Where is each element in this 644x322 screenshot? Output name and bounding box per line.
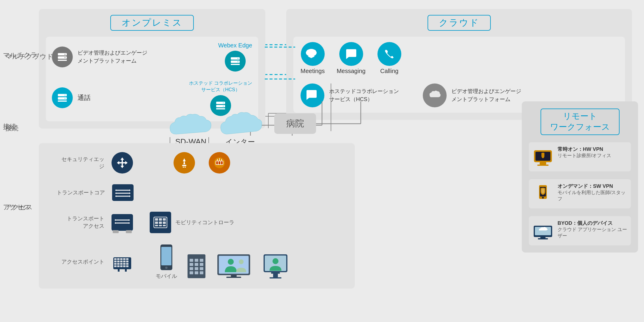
svg-rect-145 (270, 277, 281, 278)
video-mgmt-label: ビデオ管理およびエンゲージメントプラットフォーム (78, 49, 147, 65)
svg-marker-80 (129, 219, 130, 221)
calling-cloud-icon (377, 42, 401, 66)
svg-rect-143 (271, 272, 280, 274)
svg-rect-122 (190, 259, 193, 262)
svg-rect-108 (120, 263, 123, 265)
svg-rect-112 (117, 265, 120, 267)
svg-point-27 (237, 61, 239, 62)
svg-rect-101 (114, 261, 117, 262)
svg-rect-156 (538, 238, 548, 239)
calling-icon (52, 87, 73, 108)
meetings-icon (301, 42, 325, 66)
hw-vpn-icon (532, 146, 553, 168)
svg-point-152 (542, 197, 544, 199)
calling-cloud-label: Calling (380, 68, 398, 75)
svg-rect-62 (182, 165, 186, 166)
video-device-icon (261, 253, 290, 280)
sw-vpn-title: オンデマンド：SW VPN (558, 183, 627, 190)
calling-label: 通話 (78, 93, 91, 102)
sdwan-container: SD-WAN (167, 110, 215, 146)
end-devices-row: モバイル (156, 244, 290, 280)
svg-point-22 (64, 57, 66, 58)
svg-point-136 (228, 259, 234, 265)
svg-rect-144 (273, 274, 278, 277)
svg-rect-124 (200, 259, 203, 262)
mobility-controller-label: モビリティコントローラ (175, 219, 234, 226)
mobility-controller-container: モビリティコントローラ (150, 212, 234, 233)
firewall2-icon (209, 152, 230, 174)
video-conf-item (216, 253, 252, 280)
section-multicloud: マルチクラウド (5, 52, 53, 61)
svg-rect-133 (200, 271, 203, 274)
section-access: アクセス (5, 203, 33, 212)
svg-rect-87 (159, 218, 162, 221)
svg-rect-155 (540, 237, 546, 238)
hw-vpn-text: 常時オン：HW VPN リモート診療所/オフィス (558, 146, 611, 159)
meetings-label: Meetings (301, 68, 325, 75)
svg-rect-116 (118, 269, 120, 272)
svg-rect-111 (114, 265, 117, 267)
security-edge-icon (112, 152, 133, 174)
svg-rect-123 (195, 259, 198, 262)
svg-rect-114 (123, 265, 126, 267)
cloud-title-container: クラウド (293, 15, 625, 31)
svg-marker-77 (129, 195, 131, 197)
svg-marker-78 (115, 195, 116, 197)
on-premise-title: オンプレミス (110, 15, 194, 31)
svg-rect-30 (58, 100, 67, 102)
svg-point-21 (64, 54, 66, 55)
sw-vpn-text: オンデマンド：SW VPN モバイルを利用した医師/スタッフ (558, 183, 627, 202)
svg-rect-131 (190, 271, 193, 274)
desk-phone-item (186, 253, 207, 280)
svg-point-32 (64, 98, 66, 99)
svg-rect-130 (200, 267, 203, 270)
sw-vpn-item: オンデマンド：SW VPN モバイルを利用した医師/スタッフ (529, 179, 631, 208)
svg-rect-98 (120, 258, 123, 260)
svg-rect-86 (155, 218, 158, 221)
transport-core-row: トランスポートコア (57, 184, 346, 201)
svg-rect-92 (155, 225, 158, 226)
svg-rect-138 (231, 275, 237, 277)
svg-rect-90 (159, 222, 162, 224)
svg-marker-72 (115, 189, 116, 191)
video-mgmt-row: ビデオ管理およびエンゲージメントプラットフォーム Webex Edge (52, 42, 252, 72)
calling-cloud-item: Calling (377, 42, 401, 75)
svg-rect-127 (200, 263, 203, 266)
hw-vpn-desc: リモート診療所/オフィス (558, 153, 611, 159)
hcs-cloud-icon (301, 83, 324, 107)
transport-access-icon (112, 214, 133, 231)
hw-vpn-title: 常時オン：HW VPN (558, 146, 611, 153)
svg-rect-103 (120, 261, 123, 262)
svg-rect-89 (155, 222, 158, 224)
svg-rect-110 (126, 263, 129, 265)
svg-rect-128 (190, 267, 193, 270)
webex-edge-icon (225, 51, 246, 72)
access-panel: セキュリティエッジ (39, 143, 355, 289)
transport-core-icon (112, 184, 134, 201)
webex-edge-label: Webex Edge (218, 42, 252, 49)
svg-point-31 (64, 95, 66, 96)
svg-rect-129 (195, 267, 198, 270)
svg-point-137 (239, 259, 244, 264)
svg-rect-67 (216, 161, 218, 164)
video-mgmt-cloud-label: ビデオ管理およびエンゲージメントプラットフォーム (451, 87, 521, 103)
mobile-label: モバイル (156, 273, 177, 280)
section-connection: 接続 (5, 124, 18, 133)
desk-phone-icon (186, 253, 207, 280)
svg-rect-105 (126, 261, 129, 262)
sw-vpn-desc: モバイルを利用した医師/スタッフ (558, 190, 627, 202)
transport-core-label: トランスポートコア (57, 189, 105, 196)
mobile-phone-icon (159, 244, 174, 271)
byod-desc: クラウド アプリケーション ユーザー (558, 227, 627, 239)
access-point-label: アクセスポイント (57, 258, 104, 265)
svg-rect-64 (185, 167, 186, 168)
svg-rect-100 (126, 258, 129, 260)
svg-rect-148 (540, 162, 546, 165)
hospital-box: 病院 (274, 113, 316, 134)
byod-item: BYOD：個人のデバイス クラウド アプリケーション ユーザー (529, 216, 631, 245)
hcs-label: ホステッド コラボレーションサービス（HCS） (189, 80, 252, 93)
svg-rect-99 (123, 258, 126, 260)
hospital-label: 病院 (286, 117, 304, 130)
svg-rect-69 (221, 161, 223, 164)
access-point-icon (112, 251, 133, 273)
